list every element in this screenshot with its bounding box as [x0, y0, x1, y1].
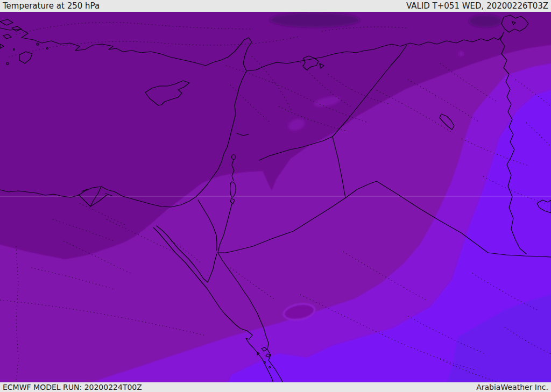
coldest-blob-1 [270, 12, 360, 27]
weather-map-window: Temperature at 250 hPa VALID T+051 WED, … [0, 0, 551, 392]
model-run-label: ECMWF MODEL RUN: 20200224T00Z [3, 382, 142, 392]
header-bar: Temperature at 250 hPa VALID T+051 WED, … [0, 0, 551, 12]
credit-label: ArabiaWeather Inc. [476, 382, 548, 392]
temperature-bands [0, 12, 551, 382]
coldest-blob-2 [469, 15, 502, 27]
warm-pocket-3 [458, 51, 464, 56]
temperature-map [0, 12, 551, 382]
valid-time-label: VALID T+051 WED, 20200226T03Z [406, 1, 548, 11]
page-title: Temperature at 250 hPa [3, 1, 100, 11]
footer-bar: ECMWF MODEL RUN: 20200224T00Z ArabiaWeat… [0, 382, 551, 392]
